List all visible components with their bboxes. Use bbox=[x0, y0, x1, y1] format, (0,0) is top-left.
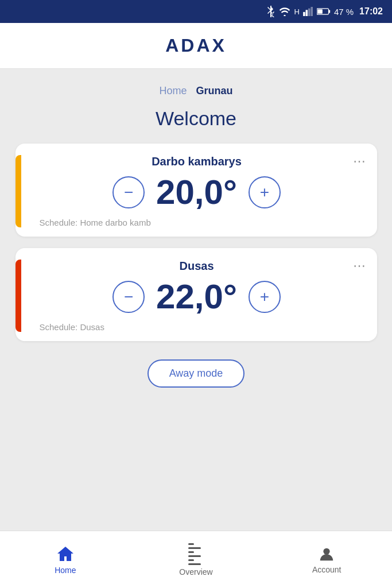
wifi-icon bbox=[279, 7, 290, 16]
status-icons: H 47 % 17:02 bbox=[267, 6, 383, 17]
away-mode-button[interactable]: Away mode bbox=[148, 359, 245, 388]
card-controls-dusas: − 22,0° + bbox=[112, 280, 281, 314]
nav-label-overview: Overview bbox=[179, 567, 212, 577]
decrease-temp-darbo[interactable]: − bbox=[112, 176, 145, 208]
schedule-dusas: Schedule: Dusas bbox=[40, 322, 104, 332]
svg-rect-6 bbox=[328, 10, 330, 13]
home-icon bbox=[56, 545, 75, 563]
increase-temp-dusas[interactable]: + bbox=[249, 281, 281, 313]
signal-bars-icon bbox=[303, 7, 313, 16]
breadcrumb-current[interactable]: Grunau bbox=[196, 85, 233, 97]
svg-rect-1 bbox=[305, 10, 308, 16]
card-body-darbo: Darbo kambarys − 20,0° + Schedule: Home … bbox=[30, 155, 363, 227]
main-content: Home Grunau Welcome Darbo kambarys − 20,… bbox=[0, 69, 392, 531]
svg-rect-3 bbox=[311, 7, 313, 16]
device-name-dusas: Dusas bbox=[179, 260, 214, 273]
card-accent-yellow bbox=[15, 155, 21, 227]
card-body-dusas: Dusas − 22,0° + Schedule: Dusas bbox=[30, 260, 363, 332]
bottom-nav: Home Overview Account bbox=[0, 531, 392, 588]
app-logo: ADAX bbox=[165, 35, 227, 56]
card-menu-dusas[interactable]: ⋯ bbox=[353, 258, 367, 273]
battery-icon bbox=[317, 7, 331, 16]
battery-percentage: 47 % bbox=[334, 7, 354, 17]
breadcrumb: Home Grunau bbox=[159, 85, 232, 97]
signal-icon: H bbox=[294, 7, 299, 16]
account-icon bbox=[318, 546, 335, 563]
breadcrumb-home[interactable]: Home bbox=[159, 85, 187, 97]
app-header: ADAX bbox=[0, 23, 392, 69]
card-menu-darbo[interactable]: ⋯ bbox=[353, 154, 367, 169]
svg-rect-2 bbox=[308, 9, 311, 16]
svg-point-7 bbox=[324, 548, 330, 554]
nav-label-account: Account bbox=[312, 565, 341, 574]
bluetooth-icon bbox=[267, 6, 275, 17]
clock: 17:02 bbox=[359, 6, 383, 17]
device-card-dusas: Dusas − 22,0° + Schedule: Dusas ⋯ bbox=[15, 248, 377, 341]
increase-temp-darbo[interactable]: + bbox=[249, 176, 281, 208]
device-name-darbo: Darbo kambarys bbox=[152, 155, 242, 168]
temperature-dusas: 22,0° bbox=[156, 280, 237, 314]
decrease-temp-dusas[interactable]: − bbox=[112, 281, 145, 313]
nav-label-home: Home bbox=[55, 566, 76, 575]
nav-item-overview[interactable]: Overview bbox=[131, 531, 262, 588]
welcome-title: Welcome bbox=[156, 107, 236, 130]
card-accent-red bbox=[15, 260, 21, 332]
schedule-darbo: Schedule: Home darbo kamb bbox=[40, 218, 151, 227]
card-controls-darbo: − 20,0° + bbox=[112, 175, 281, 210]
nav-item-home[interactable]: Home bbox=[0, 531, 131, 588]
svg-rect-0 bbox=[303, 12, 305, 16]
svg-rect-5 bbox=[317, 9, 323, 14]
temperature-darbo: 20,0° bbox=[156, 175, 237, 210]
status-bar: H 47 % 17:02 bbox=[0, 0, 392, 23]
device-card-darbo: Darbo kambarys − 20,0° + Schedule: Home … bbox=[15, 144, 377, 237]
nav-item-account[interactable]: Account bbox=[261, 531, 392, 588]
overview-icon bbox=[188, 543, 204, 565]
